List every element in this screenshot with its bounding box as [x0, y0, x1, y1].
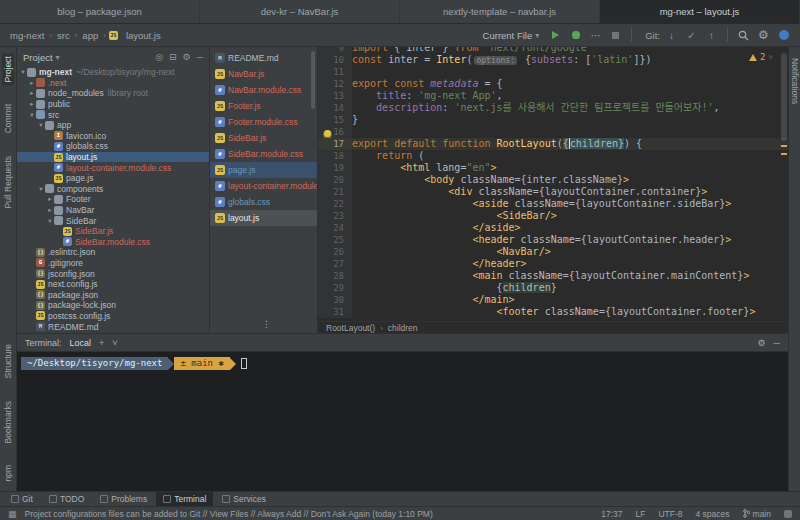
code-line[interactable]: 16 [318, 126, 788, 138]
breadcrumb-item[interactable]: app [80, 30, 100, 41]
tree-item[interactable]: JSpage.js [17, 173, 209, 184]
git-commit-button[interactable]: ✓ [683, 27, 700, 44]
debug-button[interactable] [567, 27, 584, 44]
scrollbar-thumb[interactable] [781, 53, 787, 141]
line-separator[interactable]: LF [636, 509, 646, 519]
git-branch-widget[interactable]: main [743, 509, 771, 519]
code-line[interactable]: 15} [318, 114, 788, 126]
hide-panel-icon[interactable]: ─ [197, 52, 203, 62]
code-line[interactable]: 19 <html lang="en"> [318, 162, 788, 174]
terminal-output[interactable]: ~/Desktop/tisyory/mg-next± main ✱ [17, 352, 788, 491]
tree-item[interactable]: #globals.css [17, 141, 209, 152]
breadcrumb-item[interactable]: layout.js [124, 30, 163, 41]
editor-scrollbar[interactable] [780, 47, 788, 321]
file-list-item[interactable]: #NavBar.module.css [210, 82, 317, 98]
tree-item[interactable]: {}.eslintrc.json [17, 247, 209, 258]
tree-item[interactable]: ▾app [17, 120, 209, 131]
tree-item[interactable]: JSlayout.js [17, 152, 209, 163]
file-list-item[interactable]: #layout-container.module.css [210, 178, 317, 194]
code-line[interactable]: 23 <SideBar/> [318, 210, 788, 222]
indent-style[interactable]: 4 spaces [696, 509, 730, 519]
run-config-selector[interactable]: Current File ▾ [478, 29, 545, 42]
window-tab[interactable]: nextly-template – navbar.js [400, 0, 600, 23]
code-line[interactable]: 10const inter = Inter(options: {subsets:… [318, 54, 788, 66]
terminal-settings-icon[interactable]: ⚙ [758, 338, 766, 348]
tree-item[interactable]: ▸public [17, 99, 209, 110]
tool-stripe-bookmarks[interactable]: Bookmarks [2, 398, 14, 447]
tree-item[interactable]: #SideBar.module.css [17, 237, 209, 248]
code-line[interactable]: 27 </header> [318, 258, 788, 270]
code-line[interactable]: 30 </main> [318, 294, 788, 306]
new-terminal-session-icon[interactable]: + [99, 338, 104, 348]
tree-item[interactable]: ▸Footer [17, 194, 209, 205]
tree-item[interactable]: ▾src [17, 109, 209, 120]
toolwindow-button-problems[interactable]: Problems [93, 492, 154, 506]
file-encoding[interactable]: UTF-8 [658, 509, 682, 519]
file-list-item[interactable]: #SideBar.module.css [210, 146, 317, 162]
toolwindow-button-todo[interactable]: TODO [42, 492, 91, 506]
file-list-item[interactable]: MREADME.md [210, 50, 317, 66]
search-everywhere-button[interactable] [735, 27, 752, 44]
settings-button[interactable]: ⚙ [755, 27, 772, 44]
code-line[interactable]: 31 <footer className={layoutContainer.fo… [318, 306, 788, 318]
tree-item[interactable]: {}package.json [17, 289, 209, 300]
file-list-item[interactable]: #globals.css [210, 194, 317, 210]
window-tab[interactable]: mg-next – layout.js [600, 0, 800, 23]
tool-stripe-pull-requests[interactable]: Pull Requests [2, 153, 14, 211]
file-list-item[interactable]: #Footer.module.css [210, 114, 317, 130]
tool-stripe-project[interactable]: Project [2, 53, 14, 85]
code-line[interactable]: 28 <main className={layoutContainer.main… [318, 270, 788, 282]
tree-item[interactable]: {}jsconfig.json [17, 268, 209, 279]
inspections-widget[interactable]: 2 ˅ [746, 51, 776, 63]
project-panel-title[interactable]: Project [23, 52, 53, 63]
file-list-scrollbar[interactable] [311, 51, 315, 109]
git-update-button[interactable]: ↓ [663, 27, 680, 44]
hide-panel-icon[interactable]: ─ [774, 338, 780, 348]
window-tab[interactable]: blog – package.json [0, 0, 200, 23]
caret-position[interactable]: 17:37 [601, 509, 622, 519]
code-line[interactable]: 29 {children} [318, 282, 788, 294]
tree-item[interactable]: ▸node_moduleslibrary root [17, 88, 209, 99]
tree-item[interactable]: MREADME.md [17, 321, 209, 332]
tree-item[interactable]: JSSideBar.js [17, 226, 209, 237]
tree-item[interactable]: ▸NavBar [17, 205, 209, 216]
toolwindow-toggle-icon[interactable]: ▦ [8, 509, 17, 519]
tree-item[interactable]: JSpostcss.config.js [17, 311, 209, 322]
code-line[interactable]: 25 <header className={layoutContainer.he… [318, 234, 788, 246]
code-line[interactable]: 11 [318, 66, 788, 78]
tree-item[interactable]: #layout-container.module.css [17, 162, 209, 173]
code-line[interactable]: 9import { Inter } from 'next/font/google… [318, 47, 788, 54]
locate-file-icon[interactable]: ◎ [155, 52, 163, 62]
code-line[interactable]: 22 <aside className={layoutContainer.sid… [318, 198, 788, 210]
toolwindow-button-git[interactable]: Git [4, 492, 40, 506]
code-line[interactable]: 24 </aside> [318, 222, 788, 234]
stop-button[interactable] [607, 27, 624, 44]
code-line[interactable]: 14 description: 'next.js를 사용해서 간단한 팀프로젝트… [318, 102, 788, 114]
file-list-item[interactable]: JSSideBar.js [210, 130, 317, 146]
warning-stripe-mark[interactable] [781, 145, 787, 147]
code-line[interactable]: 17export default function RootLayout({ch… [318, 138, 788, 150]
toolwindow-button-terminal[interactable]: Terminal [156, 492, 213, 506]
git-push-button[interactable]: ↑ [703, 27, 720, 44]
tool-stripe-npm[interactable]: npm [2, 462, 14, 485]
breadcrumb-item[interactable]: mg-next [8, 30, 46, 41]
window-tab[interactable]: dev-kr – NavBar.js [200, 0, 400, 23]
file-list-item[interactable]: JSFooter.js [210, 98, 317, 114]
code-line[interactable]: 21 <div className={layoutContainer.conta… [318, 186, 788, 198]
tool-stripe-notifications[interactable]: Notifications [789, 55, 800, 107]
code-line[interactable]: 18 return ( [318, 150, 788, 162]
code-line[interactable]: 12export const metadata = { [318, 78, 788, 90]
editor-breadcrumb-item[interactable]: RootLayout() [326, 323, 375, 333]
tool-stripe-structure[interactable]: Structure [2, 341, 14, 382]
tree-item[interactable]: ▾mg-next~/Desktop/tisyory/mg-next [17, 67, 209, 78]
status-message[interactable]: Project configurations files can be adde… [25, 509, 602, 519]
code-line[interactable]: 26 <NavBar/> [318, 246, 788, 258]
toolwindow-button-services[interactable]: Services [215, 492, 273, 506]
more-options-icon[interactable]: ⋮ [262, 319, 271, 329]
editor-breadcrumb-item[interactable]: children [388, 323, 418, 333]
code-line[interactable]: 20 <body className={inter.className}> [318, 174, 788, 186]
profile-avatar[interactable] [775, 27, 792, 44]
collapse-all-icon[interactable]: ⊟ [169, 52, 177, 62]
settings-icon[interactable]: ⚙ [183, 52, 191, 62]
code-line[interactable]: 13 title: 'mg-next App', [318, 90, 788, 102]
